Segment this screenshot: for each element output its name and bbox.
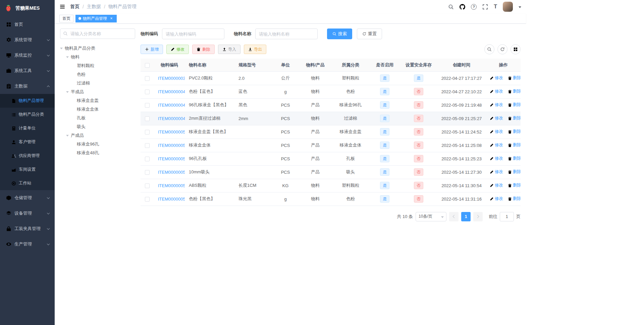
avatar-dropdown-caret-icon[interactable] xyxy=(519,6,521,9)
delete-button[interactable]: 删除 xyxy=(192,45,215,54)
sidebar-item-system-management[interactable]: 系统管理 xyxy=(0,32,55,48)
row-delete-link[interactable]: 删除 xyxy=(508,129,521,134)
fullscreen-icon[interactable] xyxy=(482,4,488,10)
tree-node[interactable]: 移液盒盒体 xyxy=(60,105,135,114)
sidebar-item-workstation[interactable]: 工作站 xyxy=(0,176,55,190)
tree-node[interactable]: 移液盒96孔 xyxy=(60,140,135,149)
tree-node[interactable]: 色粉 xyxy=(60,70,135,79)
row-delete-link[interactable]: 删除 xyxy=(508,89,521,94)
add-button[interactable]: 新增 xyxy=(141,45,163,54)
sidebar-item-customer-management[interactable]: 客户管理 xyxy=(0,135,55,149)
sidebar-item-measure-unit[interactable]: 计量单位 xyxy=(0,121,55,135)
sidebar-item-system-monitor[interactable]: 系统监控 xyxy=(0,48,55,63)
tree-caret-icon[interactable] xyxy=(66,56,69,58)
row-edit-link[interactable]: 修改 xyxy=(490,156,503,161)
app-logo[interactable]: 苦糖果MES xyxy=(0,0,55,17)
row-delete-link[interactable]: 删除 xyxy=(508,169,521,175)
current-page-button[interactable]: 1 xyxy=(461,212,471,221)
page-size-select[interactable]: 10条/页 xyxy=(416,212,446,221)
tree-node[interactable]: 物料 xyxy=(60,53,135,61)
tree-node[interactable]: 孔板 xyxy=(60,114,135,122)
row-checkbox[interactable] xyxy=(145,130,150,134)
material-code-link[interactable]: ITEM00000055 xyxy=(158,183,185,188)
tag-close-icon[interactable]: × xyxy=(109,16,114,21)
row-edit-link[interactable]: 修改 xyxy=(490,102,503,108)
tree-caret-icon[interactable] xyxy=(66,91,69,93)
row-checkbox[interactable] xyxy=(145,90,150,94)
row-edit-link[interactable]: 修改 xyxy=(490,169,503,175)
material-code-link[interactable]: ITEM00000056 xyxy=(158,197,185,202)
sidebar-item-warehouse-management[interactable]: 仓储管理 xyxy=(0,190,55,206)
sidebar-item-master-data[interactable]: 主数据 xyxy=(0,78,55,94)
sidebar-item-supplier-management[interactable]: 供应商管理 xyxy=(0,149,55,163)
sidebar-item-material-product-category[interactable]: 物料产品分类 xyxy=(0,108,55,121)
import-button[interactable]: 导入 xyxy=(218,45,240,54)
row-edit-link[interactable]: 修改 xyxy=(490,115,503,121)
row-edit-link[interactable]: 修改 xyxy=(490,129,503,134)
tree-node[interactable]: 移液盒盒盖 xyxy=(60,96,135,105)
row-edit-link[interactable]: 修改 xyxy=(490,196,503,202)
material-code-link[interactable]: ITEM00000046 xyxy=(158,103,185,108)
export-button[interactable]: 导出 xyxy=(244,45,266,54)
goto-page-input[interactable] xyxy=(500,212,514,221)
select-all-checkbox[interactable] xyxy=(145,63,150,68)
row-delete-link[interactable]: 删除 xyxy=(508,182,521,188)
sidebar-item-fixture-management[interactable]: 工装夹具管理 xyxy=(0,221,55,236)
row-edit-link[interactable]: 修改 xyxy=(490,182,503,188)
columns-button[interactable] xyxy=(511,44,521,54)
github-icon[interactable] xyxy=(460,4,465,10)
category-search-input[interactable] xyxy=(60,29,135,39)
font-size-icon[interactable]: T xyxy=(494,4,497,9)
search-button[interactable]: 搜索 xyxy=(327,29,352,39)
breadcrumb-home[interactable]: 首页 xyxy=(70,4,79,10)
row-checkbox[interactable] xyxy=(145,116,150,121)
sidebar-item-home[interactable]: 首页 xyxy=(0,17,55,32)
sidebar-item-device-management[interactable]: 设备管理 xyxy=(0,206,55,221)
toggle-search-button[interactable] xyxy=(484,44,494,54)
sidebar-item-workshop-settings[interactable]: 车间设置 xyxy=(0,163,55,176)
row-delete-link[interactable]: 删除 xyxy=(508,115,521,121)
row-delete-link[interactable]: 删除 xyxy=(508,196,521,202)
tree-node[interactable]: 移液盒48孔 xyxy=(60,149,135,157)
row-delete-link[interactable]: 删除 xyxy=(508,142,521,148)
tree-node[interactable]: 吸头 xyxy=(60,122,135,131)
tree-caret-icon[interactable] xyxy=(60,48,63,49)
refresh-button[interactable] xyxy=(497,44,507,54)
tree-node[interactable]: 过滤棉 xyxy=(60,79,135,88)
sidebar-item-material-product-management[interactable]: 物料产品管理 xyxy=(0,94,55,108)
row-edit-link[interactable]: 修改 xyxy=(490,142,503,148)
row-checkbox[interactable] xyxy=(145,157,150,161)
search-icon[interactable] xyxy=(448,4,454,10)
row-checkbox[interactable] xyxy=(145,170,150,175)
tree-node[interactable]: 物料及产品分类 xyxy=(60,44,135,53)
row-checkbox[interactable] xyxy=(145,197,150,202)
prev-page-button[interactable] xyxy=(449,212,459,221)
material-code-input[interactable] xyxy=(162,29,224,39)
row-delete-link[interactable]: 删除 xyxy=(508,75,521,81)
sidebar-item-system-tools[interactable]: 系统工具 xyxy=(0,63,55,78)
material-code-link[interactable]: ITEM00000051 xyxy=(158,129,185,134)
material-code-link[interactable]: ITEM00000052 xyxy=(158,143,185,148)
material-code-link[interactable]: ITEM00000053 xyxy=(158,156,185,161)
tree-caret-icon[interactable] xyxy=(66,135,69,137)
tree-node[interactable]: 半成品 xyxy=(60,88,135,96)
row-checkbox[interactable] xyxy=(145,103,150,108)
help-icon[interactable]: ? xyxy=(471,4,477,10)
row-edit-link[interactable]: 修改 xyxy=(490,89,503,94)
sidebar-item-production-management[interactable]: 生产管理 xyxy=(0,236,55,252)
material-name-input[interactable] xyxy=(255,29,318,39)
hamburger-icon[interactable] xyxy=(59,4,65,10)
tree-node[interactable]: 塑料颗粒 xyxy=(60,61,135,70)
row-checkbox[interactable] xyxy=(145,183,150,188)
material-code-link[interactable]: ITEM00000054 xyxy=(158,170,185,175)
row-checkbox[interactable] xyxy=(145,143,150,148)
row-checkbox[interactable] xyxy=(145,76,150,81)
row-delete-link[interactable]: 删除 xyxy=(508,156,521,161)
material-code-link[interactable]: ITEM00000037 xyxy=(158,76,185,81)
breadcrumb-master-data[interactable]: 主数据 xyxy=(87,4,101,10)
row-delete-link[interactable]: 删除 xyxy=(508,102,521,108)
tree-node[interactable]: 产成品 xyxy=(60,131,135,140)
material-code-link[interactable]: ITEM00000041 xyxy=(158,89,185,94)
tag-home[interactable]: 首页 xyxy=(59,15,73,22)
material-code-link[interactable]: ITEM00000049 xyxy=(158,116,185,121)
